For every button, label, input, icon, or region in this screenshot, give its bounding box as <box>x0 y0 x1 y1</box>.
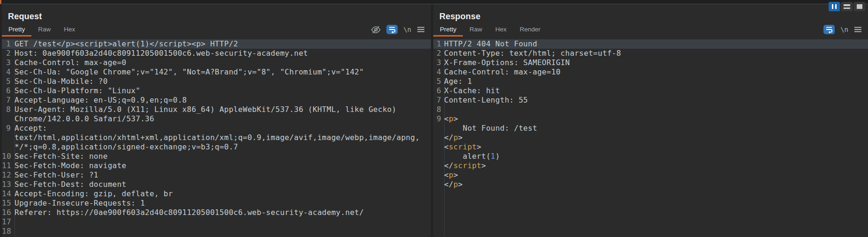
line-text: <script> <box>444 142 868 152</box>
request-panel: Request PrettyRawHex \n <box>2 4 431 237</box>
line-number: 2 <box>433 49 444 58</box>
code-line: 8User-Agent: Mozilla/5.0 (X11; Linux x86… <box>2 105 431 114</box>
code-line: 6X-Cache: hit <box>433 86 868 96</box>
line-number: 16 <box>2 208 15 217</box>
line-text: <p> <box>444 114 868 124</box>
request-tab-raw[interactable]: Raw <box>31 25 57 37</box>
line-text: Sec-Ch-Ua-Mobile: ?0 <box>15 77 431 86</box>
pause-bars-icon <box>832 4 837 9</box>
horizontal-bars-icon <box>844 4 850 9</box>
code-line: 4Cache-Control: max-age=10 <box>433 67 868 77</box>
line-text: Age: 1 <box>444 77 868 86</box>
code-line: 3X-Frame-Options: SAMEORIGIN <box>433 58 868 67</box>
response-tab-hex[interactable]: Hex <box>489 25 513 37</box>
line-number <box>433 133 444 142</box>
code-line: */*;q=0.8,application/signed-exchange;v=… <box>2 142 431 152</box>
word-wrap-icon[interactable] <box>823 25 835 34</box>
request-editor[interactable]: 1GET /test</p><script>alert(1)</script><… <box>2 39 431 237</box>
line-text: Sec-Fetch-Dest: document <box>15 180 431 189</box>
line-number: 4 <box>2 67 15 77</box>
rows-layout-button[interactable] <box>841 2 853 11</box>
line-number: 7 <box>2 96 15 105</box>
line-number: 12 <box>2 170 15 180</box>
code-line: 3Cache-Control: max-age=0 <box>2 58 431 67</box>
line-number: 7 <box>433 96 444 105</box>
line-number <box>433 161 444 170</box>
response-panel-title: Response <box>439 12 868 21</box>
menu-icon[interactable] <box>854 26 862 33</box>
line-text: Referer: https://0ae900f603a2d40c8091120… <box>15 208 431 217</box>
line-number: 5 <box>2 77 15 86</box>
layout-toggle-group <box>829 2 865 11</box>
response-panel: Response PrettyRawHexRender \n 1HTTP/2 4… <box>433 4 868 237</box>
code-line: 12Sec-Fetch-User: ?1 <box>2 170 431 180</box>
response-tab-raw[interactable]: Raw <box>463 25 489 37</box>
code-line: </script> <box>433 161 868 170</box>
code-line: 5Age: 1 <box>433 77 868 86</box>
line-number <box>433 180 444 189</box>
line-number: 13 <box>2 180 15 189</box>
line-text: HTTP/2 404 Not Found <box>444 39 868 49</box>
line-number <box>433 152 444 161</box>
request-tab-hex[interactable]: Hex <box>57 25 82 37</box>
line-text: Chrome/142.0.0.0 Safari/537.36 <box>15 114 431 124</box>
line-text: GET /test</p><script>alert(1)</script><p… <box>15 39 431 49</box>
columns-layout-button[interactable] <box>829 2 840 11</box>
code-line: 2Content-Type: text/html; charset=utf-8 <box>433 49 868 58</box>
line-text: Sec-Fetch-Site: none <box>15 152 431 161</box>
square-icon <box>857 4 862 9</box>
code-line: Chrome/142.0.0.0 Safari/537.36 <box>2 114 431 124</box>
code-line: 16Referer: https://0ae900f603a2d40c80911… <box>2 208 431 217</box>
response-toolbar: \n <box>823 24 862 35</box>
line-number: 4 <box>433 67 444 77</box>
code-line: 4Sec-Ch-Ua: "Google Chrome";v="142", "No… <box>2 67 431 77</box>
single-layout-button[interactable] <box>854 2 865 11</box>
line-text: Accept: <box>15 124 431 133</box>
response-tabs: PrettyRawHexRender <box>433 25 547 37</box>
menu-icon[interactable] <box>417 26 425 33</box>
line-text: Sec-Ch-Ua-Platform: "Linux" <box>15 86 431 96</box>
line-number <box>2 142 15 152</box>
code-line: </p> <box>433 180 868 189</box>
code-line: 2Host: 0ae900f603a2d40c80911205001500c6.… <box>2 49 431 58</box>
line-text: Upgrade-Insecure-Requests: 1 <box>15 199 431 208</box>
request-tab-pretty[interactable]: Pretty <box>2 25 31 37</box>
line-number: 8 <box>2 105 15 114</box>
line-text: Content-Length: 55 <box>444 96 868 105</box>
line-text: </p> <box>444 180 868 189</box>
line-number <box>2 114 15 124</box>
newline-icon[interactable]: \n <box>403 26 411 33</box>
line-text: alert(1) <box>444 152 868 161</box>
code-line: 9Accept: <box>2 124 431 133</box>
response-viewer[interactable]: 1HTTP/2 404 Not Found2Content-Type: text… <box>433 39 868 237</box>
code-line: 13Sec-Fetch-Dest: document <box>2 180 431 189</box>
code-line: <p> <box>433 170 868 180</box>
line-text <box>444 105 868 114</box>
line-text: Sec-Fetch-Mode: navigate <box>15 161 431 170</box>
code-line: Not Found: /test <box>433 124 868 133</box>
code-line: 1GET /test</p><script>alert(1)</script><… <box>2 39 431 49</box>
orange-tab-notch <box>0 0 1 4</box>
code-line: 1HTTP/2 404 Not Found <box>433 39 868 49</box>
line-text: </script> <box>444 161 868 170</box>
newline-icon[interactable]: \n <box>840 26 848 33</box>
response-tabrow: PrettyRawHexRender \n <box>433 25 868 37</box>
line-text: */*;q=0.8,application/signed-exchange;v=… <box>15 142 431 152</box>
line-number: 2 <box>2 49 15 58</box>
line-number: 1 <box>2 39 15 49</box>
response-tab-pretty[interactable]: Pretty <box>433 25 463 37</box>
line-number: 6 <box>433 86 444 96</box>
line-text: <p> <box>444 170 868 180</box>
word-wrap-icon[interactable] <box>386 25 398 34</box>
line-text: Content-Type: text/html; charset=utf-8 <box>444 49 868 58</box>
code-line: 14Accept-Encoding: gzip, deflate, br <box>2 189 431 199</box>
line-text: X-Cache: hit <box>444 86 868 96</box>
line-text <box>15 227 431 236</box>
line-number: 17 <box>2 217 15 227</box>
line-number: 11 <box>2 161 15 170</box>
hide-icon[interactable] <box>371 26 381 34</box>
code-line: 10Sec-Fetch-Site: none <box>2 152 431 161</box>
response-tab-render[interactable]: Render <box>513 25 547 37</box>
top-strip <box>0 0 868 4</box>
line-number: 9 <box>2 124 15 133</box>
